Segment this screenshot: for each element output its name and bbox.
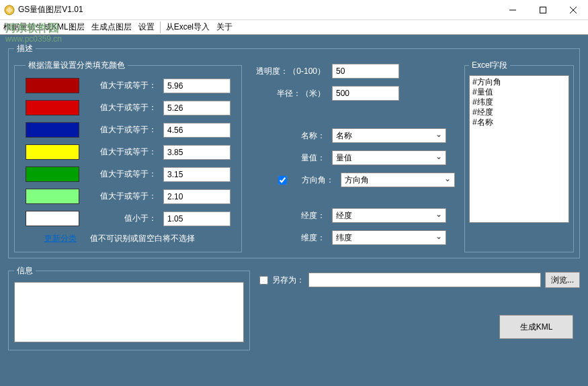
color-legend: 根据流量设置分类填充颜色 [26, 60, 128, 71]
threshold-label: 值大于或等于： [96, 191, 157, 202]
opacity-label: 透明度：（0-100） [251, 66, 332, 77]
threshold-label: 值大于或等于： [96, 146, 157, 158]
latitude-label: 维度： [251, 232, 332, 244]
app-icon [4, 5, 15, 15]
longitude-select[interactable]: 经度 [332, 208, 446, 223]
color-row: 值大于或等于： [26, 122, 230, 138]
color-swatch[interactable] [26, 100, 79, 115]
update-note: 值不可识别或留空白将不选择 [90, 233, 195, 244]
color-swatch[interactable] [26, 189, 79, 204]
excel-field-item[interactable]: #经度 [471, 107, 567, 117]
color-row: 值大于或等于： [26, 166, 230, 182]
color-row: 值大于或等于： [26, 78, 230, 93]
radius-input[interactable] [332, 86, 399, 101]
angle-select[interactable]: 方向角 [341, 173, 455, 187]
name-label: 名称： [251, 130, 332, 142]
menu-generate-kml[interactable]: 根据量值生成KML图层 [0, 20, 88, 34]
info-group: 信息 [8, 265, 250, 350]
description-legend: 描述 [14, 43, 36, 54]
saveas-checkbox[interactable] [259, 276, 268, 285]
window-title: GS量值图层V1.01 [18, 4, 497, 15]
info-textarea[interactable] [14, 282, 244, 342]
browse-button[interactable]: 浏览... [545, 272, 580, 288]
threshold-input[interactable] [163, 123, 230, 138]
close-button[interactable] [558, 0, 588, 19]
menu-settings[interactable]: 设置 [135, 20, 158, 34]
title-bar: GS量值图层V1.01 [0, 0, 588, 20]
color-row: 值小于： [26, 211, 230, 226]
longitude-label: 经度： [251, 210, 332, 222]
description-group: 描述 根据流量设置分类填充颜色 值大于或等于：值大于或等于：值大于或等于：值大于… [8, 43, 580, 258]
svg-rect-2 [540, 7, 546, 13]
threshold-input[interactable] [163, 145, 230, 160]
minimize-button[interactable] [497, 0, 528, 19]
color-row: 值大于或等于： [26, 189, 230, 204]
excel-field-item[interactable]: #量值 [471, 87, 567, 97]
saveas-label: 另存为： [272, 275, 304, 286]
threshold-input[interactable] [163, 211, 230, 226]
window-controls [497, 0, 588, 19]
radius-label: 半径：（米） [251, 88, 332, 99]
angle-checkbox[interactable] [278, 176, 287, 185]
threshold-input[interactable] [163, 167, 230, 182]
menu-about[interactable]: 关于 [213, 20, 236, 34]
threshold-label: 值大于或等于： [96, 80, 157, 91]
color-swatch[interactable] [26, 166, 79, 182]
maximize-button[interactable] [528, 0, 558, 19]
menu-separator [160, 21, 161, 33]
generate-kml-button[interactable]: 生成KML [499, 315, 573, 339]
color-swatch[interactable] [26, 144, 79, 160]
threshold-label: 值大于或等于： [96, 124, 157, 136]
value-select[interactable]: 量值 [332, 150, 446, 165]
threshold-label: 值大于或等于： [96, 102, 157, 113]
threshold-input[interactable] [163, 189, 230, 204]
threshold-input[interactable] [163, 101, 230, 115]
menu-import-excel[interactable]: 从Excel导入 [163, 20, 213, 34]
info-legend: 信息 [14, 265, 36, 277]
saveas-input[interactable] [308, 273, 541, 287]
menu-generate-point[interactable]: 生成点图层 [88, 20, 135, 34]
excel-field-list[interactable]: #方向角#量值#纬度#经度#名称 [469, 75, 569, 223]
value-label: 量值： [251, 152, 332, 164]
color-swatch[interactable] [26, 78, 79, 93]
threshold-label: 值大于或等于： [96, 168, 157, 180]
color-row: 值大于或等于： [26, 144, 230, 160]
settings-column: 透明度：（0-100） 半径：（米） 名称： 名称 量值： 量值 [251, 60, 455, 252]
excel-field-item[interactable]: #纬度 [471, 97, 567, 107]
excel-fields-group: Excel字段 #方向角#量值#纬度#经度#名称 [464, 60, 574, 252]
menu-bar: 根据量值生成KML图层 生成点图层 设置 从Excel导入 关于 [0, 20, 588, 35]
threshold-label: 值小于： [96, 213, 157, 224]
latitude-select[interactable]: 纬度 [332, 230, 446, 245]
opacity-input[interactable] [332, 64, 399, 79]
excel-field-item[interactable]: #方向角 [471, 77, 567, 87]
color-classification-group: 根据流量设置分类填充颜色 值大于或等于：值大于或等于：值大于或等于：值大于或等于… [14, 60, 242, 252]
name-select[interactable]: 名称 [332, 128, 446, 143]
excel-field-item[interactable]: #名称 [471, 117, 567, 128]
angle-label: 方向角： [290, 175, 341, 186]
color-row: 值大于或等于： [26, 100, 230, 115]
color-swatch[interactable] [26, 211, 79, 226]
threshold-input[interactable] [163, 79, 230, 93]
color-swatch[interactable] [26, 122, 79, 138]
excel-legend: Excel字段 [469, 60, 510, 71]
update-classification-link[interactable]: 更新分类 [44, 233, 77, 244]
client-area: 描述 根据流量设置分类填充颜色 值大于或等于：值大于或等于：值大于或等于：值大于… [0, 35, 588, 386]
